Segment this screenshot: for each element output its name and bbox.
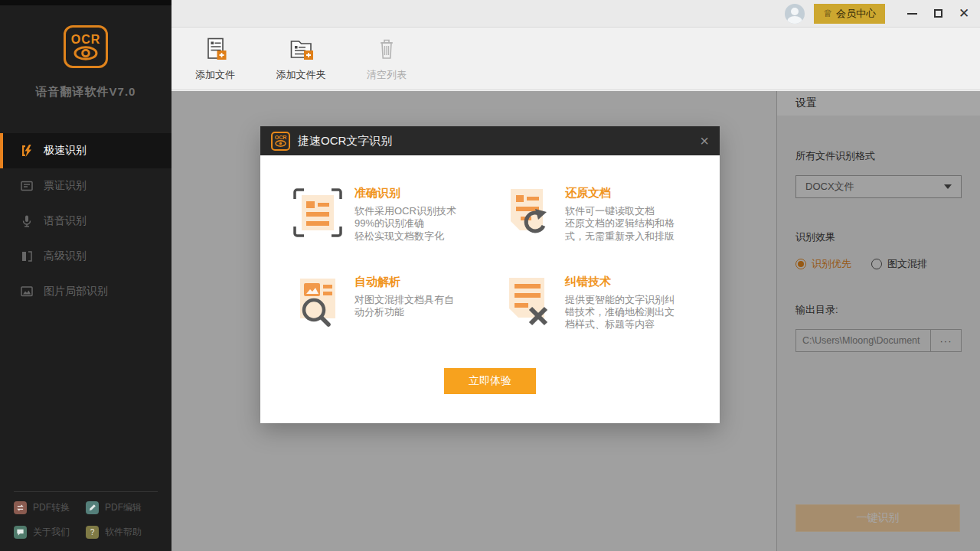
add-file-icon bbox=[202, 36, 228, 64]
sidebar-item-label: 语音识别 bbox=[44, 214, 87, 228]
footer-item-label: PDF转换 bbox=[33, 501, 70, 514]
app-window: OCR 语音翻译软件V7.0 极速识别 bbox=[0, 0, 980, 551]
tool-label: 清空列表 bbox=[367, 68, 407, 82]
sidebar-item-label: 极速识别 bbox=[44, 144, 87, 158]
footer-item-label: 软件帮助 bbox=[105, 526, 142, 539]
sidebar-nav: 极速识别 票证识别 语 bbox=[0, 133, 172, 309]
document-restore-icon bbox=[501, 186, 555, 240]
user-avatar[interactable] bbox=[785, 4, 805, 24]
try-now-button[interactable]: 立即体验 bbox=[444, 368, 536, 394]
tool-label: 添加文件 bbox=[195, 68, 235, 82]
titlebar: ♕ 会员中心 ✕ bbox=[172, 0, 980, 28]
logo-text: OCR bbox=[71, 34, 101, 46]
sidebar-item-label: 高级识别 bbox=[44, 249, 87, 263]
add-folder-icon bbox=[288, 36, 314, 64]
feature-desc: 提供更智能的文字识别纠 错技术，准确地检测出文 档样式、标题等内容 bbox=[565, 294, 675, 331]
question-mark-icon: ? bbox=[86, 526, 99, 539]
trash-icon bbox=[374, 36, 400, 64]
sidebar: OCR 语音翻译软件V7.0 极速识别 bbox=[0, 0, 172, 551]
close-button[interactable]: ✕ bbox=[959, 8, 969, 19]
sidebar-item-label: 图片局部识别 bbox=[44, 285, 108, 298]
sidebar-item-advanced-recognition[interactable]: 高级识别 bbox=[0, 239, 172, 274]
window-controls: ✕ bbox=[906, 8, 969, 19]
scan-document-icon bbox=[291, 186, 345, 240]
sidebar-item-label: 票证识别 bbox=[44, 179, 87, 193]
fast-recognition-icon bbox=[20, 144, 34, 158]
footer-item-software-help[interactable]: ? 软件帮助 bbox=[86, 526, 158, 539]
tool-label: 添加文件夹 bbox=[276, 68, 326, 82]
pdf-convert-icon bbox=[14, 501, 27, 514]
feature-desc: 软件可一键读取文档 还原文档的逻辑结构和格 式，无需重新录入和排版 bbox=[565, 205, 675, 243]
maximize-button[interactable] bbox=[933, 8, 943, 19]
feature-title: 自动解析 bbox=[354, 275, 454, 289]
sidebar-item-voice-recognition[interactable]: 语音识别 bbox=[0, 204, 172, 239]
image-icon bbox=[20, 285, 34, 298]
modal-title: 捷速OCR文字识别 bbox=[298, 134, 692, 148]
modal-logo: OCR bbox=[271, 132, 290, 151]
app-version-label: 语音翻译软件V7.0 bbox=[0, 85, 172, 99]
footer-item-pdf-edit[interactable]: PDF编辑 bbox=[86, 501, 158, 514]
sidebar-item-partial-image-recognition[interactable]: 图片局部识别 bbox=[0, 274, 172, 309]
sidebar-footer: PDF转换 PDF编辑 关于我们 ? 软件帮助 bbox=[0, 491, 172, 539]
footer-item-label: 关于我们 bbox=[33, 526, 70, 539]
document-error-icon bbox=[501, 275, 555, 328]
pencil-icon bbox=[86, 501, 99, 514]
feature-desc: 软件采用OCR识别技术 99%的识别准确 轻松实现文档数字化 bbox=[354, 205, 456, 243]
advanced-recognition-icon bbox=[20, 249, 34, 263]
modal-header: OCR 捷速OCR文字识别 × bbox=[260, 126, 720, 155]
footer-item-label: PDF编辑 bbox=[105, 501, 142, 514]
welcome-modal: OCR 捷速OCR文字识别 × bbox=[260, 126, 720, 423]
minimize-button[interactable] bbox=[906, 8, 917, 19]
crown-icon: ♕ bbox=[823, 8, 832, 18]
eye-icon bbox=[74, 46, 98, 60]
feature-desc: 对图文混排文档具有自 动分析功能 bbox=[354, 294, 454, 319]
sidebar-item-ticket-recognition[interactable]: 票证识别 bbox=[0, 168, 172, 204]
brand-block: OCR 语音翻译软件V7.0 bbox=[0, 5, 172, 99]
member-center-button[interactable]: ♕ 会员中心 bbox=[814, 4, 885, 24]
add-file-button[interactable]: 添加文件 bbox=[182, 36, 248, 82]
eye-icon bbox=[275, 140, 286, 147]
app-logo: OCR bbox=[64, 25, 108, 68]
sidebar-item-fast-recognition[interactable]: 极速识别 bbox=[0, 133, 172, 168]
modal-close-icon[interactable]: × bbox=[700, 133, 709, 148]
sidebar-top-strip bbox=[0, 0, 172, 5]
document-magnifier-icon bbox=[291, 275, 345, 328]
footer-item-pdf-convert[interactable]: PDF转换 bbox=[14, 501, 86, 514]
footer-item-about-us[interactable]: 关于我们 bbox=[14, 526, 86, 539]
logo-text: OCR bbox=[275, 135, 287, 140]
feature-error-correction: 纠错技术 提供更智能的文字识别纠 错技术，准确地检测出文 档样式、标题等内容 bbox=[501, 275, 689, 331]
feature-title: 准确识别 bbox=[354, 186, 456, 201]
feature-title: 纠错技术 bbox=[565, 275, 675, 289]
clear-list-button[interactable]: 清空列表 bbox=[354, 36, 420, 82]
toolbar: 添加文件 添加文件夹 清空列表 bbox=[172, 28, 980, 90]
member-center-label: 会员中心 bbox=[836, 7, 876, 21]
ticket-recognition-icon bbox=[20, 179, 34, 193]
microphone-icon bbox=[20, 214, 34, 228]
feature-accurate-recognition: 准确识别 软件采用OCR识别技术 99%的识别准确 轻松实现文档数字化 bbox=[291, 186, 479, 243]
chat-bubble-icon bbox=[14, 526, 27, 539]
feature-auto-parse: 自动解析 对图文混排文档具有自 动分析功能 bbox=[291, 275, 479, 331]
divider bbox=[14, 491, 158, 492]
feature-restore-document: 还原文档 软件可一键读取文档 还原文档的逻辑结构和格 式，无需重新录入和排版 bbox=[501, 186, 689, 243]
add-folder-button[interactable]: 添加文件夹 bbox=[268, 36, 334, 82]
feature-title: 还原文档 bbox=[565, 186, 675, 201]
